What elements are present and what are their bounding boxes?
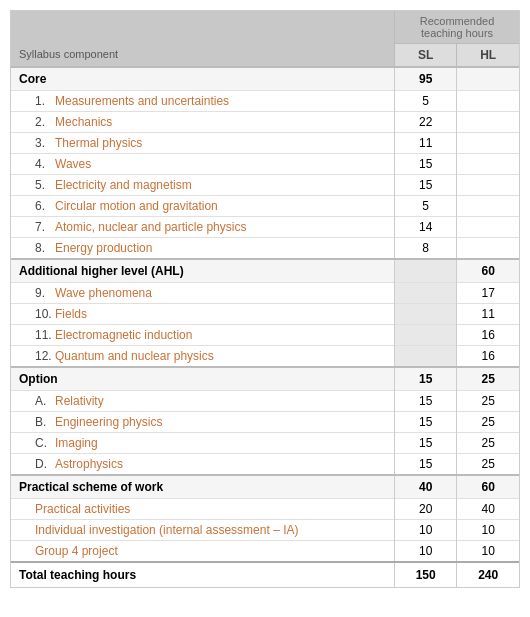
table-row: 9.Wave phenomena17 [11,283,519,304]
section-label-core: Core [11,67,395,91]
item-number: 5. [35,178,55,192]
item-number: 4. [35,157,55,171]
section-sl-option: 15 [395,367,457,391]
item-link[interactable]: Wave phenomena [55,286,152,300]
item-sl: 11 [395,133,457,154]
item-number: C. [35,436,55,450]
item-link[interactable]: Fields [55,307,87,321]
item-component: 3.Thermal physics [11,133,395,154]
item-component: 4.Waves [11,154,395,175]
item-number: 11. [35,328,55,342]
item-sl: 15 [395,175,457,196]
table-row: 4.Waves15 [11,154,519,175]
item-sl: 10 [395,541,457,563]
table-row: 11.Electromagnetic induction16 [11,325,519,346]
section-hl-practical: 60 [457,475,519,499]
item-link[interactable]: Quantum and nuclear physics [55,349,214,363]
table-row: C.Imaging1525 [11,433,519,454]
item-component: 8.Energy production [11,238,395,260]
item-sl [395,283,457,304]
item-hl [457,217,519,238]
component-header-label: Syllabus component [19,48,118,60]
item-number: 7. [35,220,55,234]
recommended-header-label: Recommended teaching hours [420,15,495,39]
item-link[interactable]: Imaging [55,436,98,450]
item-component: 9.Wave phenomena [11,283,395,304]
section-header-ahl: Additional higher level (AHL)60 [11,259,519,283]
item-number: A. [35,394,55,408]
item-link[interactable]: Practical activities [35,502,130,516]
item-component: 11.Electromagnetic induction [11,325,395,346]
item-number: D. [35,457,55,471]
item-link[interactable]: Waves [55,157,91,171]
item-sl: 5 [395,91,457,112]
item-number: 6. [35,199,55,213]
item-number: 1. [35,94,55,108]
item-sl: 10 [395,520,457,541]
table-row: 7.Atomic, nuclear and particle physics14 [11,217,519,238]
item-sl: 15 [395,391,457,412]
table-row: 1.Measurements and uncertainties5 [11,91,519,112]
section-label-practical: Practical scheme of work [11,475,395,499]
item-number: B. [35,415,55,429]
item-component: D.Astrophysics [11,454,395,476]
item-link[interactable]: Individual investigation (internal asses… [35,523,298,537]
item-hl [457,238,519,260]
table-row: 3.Thermal physics11 [11,133,519,154]
table-row: Individual investigation (internal asses… [11,520,519,541]
item-hl: 25 [457,433,519,454]
item-component: C.Imaging [11,433,395,454]
item-link[interactable]: Relativity [55,394,104,408]
item-sl: 15 [395,433,457,454]
item-component: B.Engineering physics [11,412,395,433]
section-header-option: Option1525 [11,367,519,391]
item-hl: 10 [457,541,519,563]
table-row: Group 4 project1010 [11,541,519,563]
item-component: 12.Quantum and nuclear physics [11,346,395,368]
section-header-core: Core95 [11,67,519,91]
item-component: 2.Mechanics [11,112,395,133]
item-hl: 16 [457,346,519,368]
section-label-ahl: Additional higher level (AHL) [11,259,395,283]
section-header-practical: Practical scheme of work4060 [11,475,519,499]
item-sl: 15 [395,412,457,433]
item-component: Group 4 project [11,541,395,563]
item-sl: 15 [395,154,457,175]
item-link[interactable]: Engineering physics [55,415,162,429]
item-hl: 10 [457,520,519,541]
item-link[interactable]: Thermal physics [55,136,142,150]
item-sl: 5 [395,196,457,217]
item-link[interactable]: Electromagnetic induction [55,328,192,342]
item-component: A.Relativity [11,391,395,412]
table-row: A.Relativity1525 [11,391,519,412]
table-row: D.Astrophysics1525 [11,454,519,476]
item-sl [395,304,457,325]
item-number: 3. [35,136,55,150]
item-number: 10. [35,307,55,321]
item-hl [457,154,519,175]
table-row: 8.Energy production8 [11,238,519,260]
item-link[interactable]: Astrophysics [55,457,123,471]
item-sl: 15 [395,454,457,476]
item-component: Practical activities [11,499,395,520]
item-sl [395,346,457,368]
section-hl-option: 25 [457,367,519,391]
table-row: Practical activities2040 [11,499,519,520]
item-hl: 11 [457,304,519,325]
item-hl [457,112,519,133]
item-hl: 25 [457,391,519,412]
item-link[interactable]: Circular motion and gravitation [55,199,218,213]
item-link[interactable]: Group 4 project [35,544,118,558]
total-row: Total teaching hours150240 [11,562,519,587]
item-link[interactable]: Electricity and magnetism [55,178,192,192]
item-link[interactable]: Measurements and uncertainties [55,94,229,108]
total-hl: 240 [457,562,519,587]
sl-header: SL [418,48,433,62]
item-hl: 16 [457,325,519,346]
table-row: 5.Electricity and magnetism15 [11,175,519,196]
item-component: 10.Fields [11,304,395,325]
item-link[interactable]: Atomic, nuclear and particle physics [55,220,246,234]
item-link[interactable]: Mechanics [55,115,112,129]
item-link[interactable]: Energy production [55,241,152,255]
item-component: Individual investigation (internal asses… [11,520,395,541]
